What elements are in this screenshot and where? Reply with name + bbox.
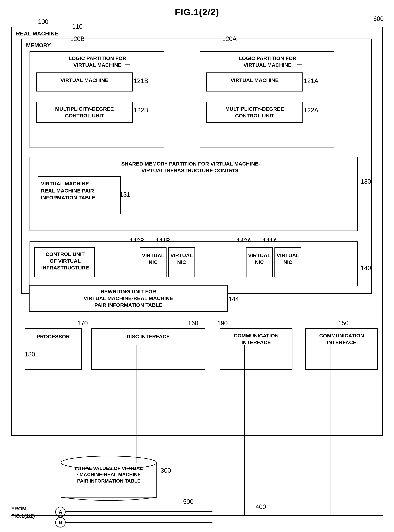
bracket-122a-h bbox=[297, 84, 302, 84]
multiplicity-a-label: MULTIPLICITY-DEGREECONTROL UNIT bbox=[207, 106, 302, 119]
virtual-machine-b-label: VIRTUAL MACHINE bbox=[37, 77, 132, 84]
ref-144: 144 bbox=[228, 295, 239, 303]
ref-120a: 120A bbox=[222, 35, 237, 43]
ref-130: 130 bbox=[361, 178, 371, 185]
bottom-line bbox=[11, 515, 383, 516]
line-comm-150-down bbox=[330, 345, 330, 515]
line-a-horizontal bbox=[66, 511, 213, 512]
ref-500: 500 bbox=[183, 498, 193, 505]
ref-121a: 121A bbox=[304, 77, 318, 85]
real-machine-label: REAL MACHINE bbox=[16, 30, 58, 37]
ref-160: 160 bbox=[188, 320, 198, 327]
multiplicity-a-box: MULTIPLICITY-DEGREECONTROL UNIT bbox=[206, 102, 303, 123]
ref-122a: 122A bbox=[304, 107, 318, 114]
disc-interface-label: DISC INTERFACE bbox=[92, 333, 205, 340]
ref-110: 110 bbox=[72, 23, 83, 30]
processor-box: PROCESSOR bbox=[25, 328, 82, 370]
virtual-nic-141b-label: VIRTUALNIC bbox=[169, 252, 194, 266]
virtual-nic-141b-box: VIRTUALNIC bbox=[168, 247, 195, 277]
comm-interface-190-label: COMMUNICATIONINTERFACE bbox=[220, 332, 292, 346]
real-machine-box: REAL MACHINE 110 MEMORY 120B 120A LOGIC … bbox=[11, 27, 383, 436]
initial-values-cylinder: INITIAL VALUES OF VIRTUAL· MACHINE-REAL … bbox=[60, 456, 157, 504]
rewriting-unit-label: REWRITING UNIT FORVIRTUAL MACHINE-REAL M… bbox=[30, 288, 227, 308]
line-b-horizontal bbox=[66, 522, 213, 523]
shared-memory-box: 130 SHARED MEMORY PARTITION FOR VIRTUAL … bbox=[30, 157, 358, 231]
processor-label: PROCESSOR bbox=[25, 333, 81, 340]
comm-interface-150-label: COMMUNICATIONINTERFACE bbox=[306, 332, 377, 346]
ref-400: 400 bbox=[256, 503, 266, 511]
ref-600: 600 bbox=[373, 15, 384, 22]
comm-interface-190-box: COMMUNICATIONINTERFACE bbox=[220, 328, 292, 370]
bracket-121a-h bbox=[297, 64, 302, 64]
ref-100: 100 bbox=[38, 18, 48, 25]
from-fig-label: FROMFIG.1(1/2) bbox=[11, 505, 35, 520]
multiplicity-b-box: MULTIPLICITY-DEGREECONTROL UNIT bbox=[36, 102, 133, 123]
ref-140: 140 bbox=[361, 264, 371, 272]
virtual-machine-a-label: VIRTUAL MACHINE bbox=[207, 77, 302, 84]
control-unit-vi-label: CONTROL UNITOF VIRTUALINFRASTRUCTURE bbox=[37, 251, 94, 271]
ref-170: 170 bbox=[77, 320, 88, 327]
vm-real-pair-table-label: VIRTUAL MACHINE-REAL MACHINE PAIRINFORMA… bbox=[41, 180, 119, 201]
control-unit-vi-box: CONTROL UNITOF VIRTUALINFRASTRUCTURE bbox=[34, 247, 95, 277]
logic-partition-b-box: LOGIC PARTITION FORVIRTUAL MACHINE VIRTU… bbox=[30, 51, 164, 148]
ref-121b: 121B bbox=[134, 77, 148, 85]
virtual-nic-142a-label: VIRTUALNIC bbox=[246, 252, 272, 266]
rewriting-unit-box: REWRITING UNIT FORVIRTUAL MACHINE-REAL M… bbox=[29, 285, 228, 312]
control-unit-box-140: 140 CONTROL UNITOF VIRTUALINFRASTRUCTURE… bbox=[30, 241, 358, 286]
page: FIG.1(2/2) 600 100 REAL MACHINE 110 MEMO… bbox=[0, 0, 394, 532]
line-disc-to-cylinder bbox=[136, 345, 136, 463]
logic-partition-a-label: LOGIC PARTITION FORVIRTUAL MACHINE bbox=[209, 55, 326, 68]
vm-real-pair-table-box: VIRTUAL MACHINE-REAL MACHINE PAIRINFORMA… bbox=[38, 176, 121, 214]
figure-title: FIG.1(2/2) bbox=[7, 7, 387, 17]
logic-partition-b-label: LOGIC PARTITION FORVIRTUAL MACHINE bbox=[39, 55, 156, 68]
ref-190: 190 bbox=[217, 320, 228, 327]
shared-memory-label: SHARED MEMORY PARTITION FOR VIRTUAL MACH… bbox=[44, 160, 337, 174]
memory-label: MEMORY bbox=[26, 42, 51, 49]
ref-300: 300 bbox=[161, 467, 171, 474]
disc-interface-box: DISC INTERFACE bbox=[91, 328, 205, 370]
ref-122b: 122B bbox=[134, 107, 148, 114]
virtual-machine-b-box: VIRTUAL MACHINE bbox=[36, 72, 133, 91]
virtual-nic-141a-box: VIRTUALNIC bbox=[275, 247, 301, 277]
virtual-nic-142a-box: VIRTUALNIC bbox=[246, 247, 273, 277]
initial-values-label: INITIAL VALUES OF VIRTUAL· MACHINE-REAL … bbox=[60, 465, 157, 484]
ref-131: 131 bbox=[120, 191, 130, 198]
ref-150: 150 bbox=[338, 320, 349, 327]
ref-120b: 120B bbox=[70, 35, 85, 43]
circle-b: B bbox=[55, 517, 66, 527]
bracket-121b-h bbox=[125, 64, 130, 64]
virtual-nic-142b-box: VIRTUALNIC bbox=[140, 247, 166, 277]
comm-interface-150-box: COMMUNICATIONINTERFACE bbox=[305, 328, 378, 370]
virtual-nic-142b-label: VIRTUALNIC bbox=[140, 252, 166, 266]
virtual-nic-141a-label: VIRTUALNIC bbox=[275, 252, 301, 266]
multiplicity-b-label: MULTIPLICITY-DEGREECONTROL UNIT bbox=[37, 106, 132, 119]
ref-180: 180 bbox=[25, 351, 35, 358]
memory-box: MEMORY 120B 120A LOGIC PARTITION FORVIRT… bbox=[21, 39, 372, 294]
logic-partition-a-box: LOGIC PARTITION FORVIRTUAL MACHINE VIRTU… bbox=[200, 51, 334, 148]
bracket-122b-h bbox=[125, 84, 130, 84]
line-comm-190-down bbox=[244, 345, 245, 515]
virtual-machine-a-box: VIRTUAL MACHINE bbox=[206, 72, 303, 91]
